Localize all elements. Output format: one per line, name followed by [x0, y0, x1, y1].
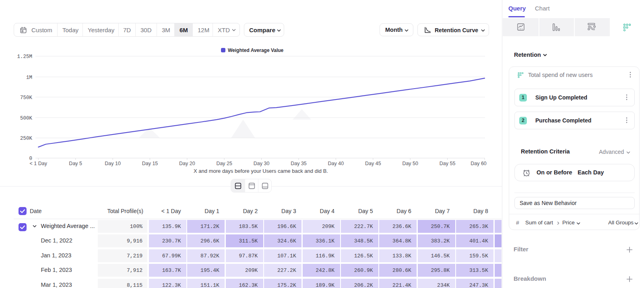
svg-text:Day 35: Day 35 — [291, 161, 307, 166]
svg-text:Day 5: Day 5 — [69, 161, 82, 166]
svg-text:750K: 750K — [20, 95, 33, 101]
svg-text:Day 20: Day 20 — [179, 161, 195, 166]
svg-text:Day 10: Day 10 — [105, 161, 121, 166]
svg-text:1M: 1M — [26, 75, 32, 81]
svg-text:Day 60: Day 60 — [471, 161, 487, 166]
svg-text:Day 25: Day 25 — [216, 161, 232, 166]
svg-text:Day 40: Day 40 — [328, 161, 344, 166]
svg-text:250K: 250K — [20, 136, 33, 141]
svg-text:Day 30: Day 30 — [254, 161, 270, 166]
svg-text:1.25M: 1.25M — [17, 54, 32, 60]
svg-text:Day 50: Day 50 — [402, 161, 418, 166]
svg-text:Day 55: Day 55 — [440, 161, 456, 166]
svg-text:X and more days before your Us: X and more days before your Users came b… — [194, 168, 328, 174]
svg-text:Day 45: Day 45 — [365, 161, 381, 166]
svg-text:500K: 500K — [20, 116, 33, 121]
svg-text:Day 15: Day 15 — [142, 161, 158, 166]
svg-text:< 1 Day: < 1 Day — [30, 161, 47, 166]
